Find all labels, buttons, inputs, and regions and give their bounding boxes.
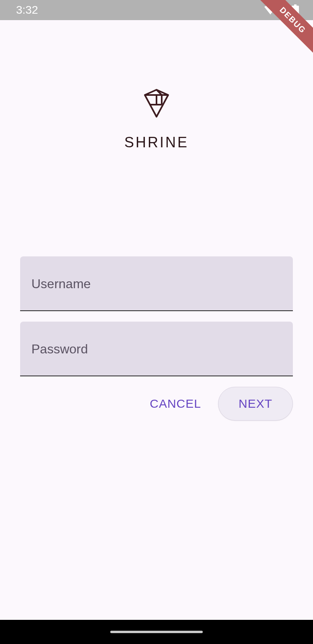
app-title: SHRINE (124, 134, 189, 151)
nav-handle[interactable] (110, 631, 203, 633)
button-row: CANCEL NEXT (20, 387, 293, 421)
main-content: SHRINE Username Password CANCEL NEXT (0, 89, 313, 421)
password-input[interactable] (20, 322, 293, 376)
next-button[interactable]: NEXT (218, 387, 293, 421)
diamond-icon (142, 89, 171, 119)
navigation-bar (0, 620, 313, 644)
username-field-wrapper: Username (20, 256, 293, 311)
status-time: 3:32 (16, 4, 38, 17)
password-field-wrapper: Password (20, 322, 293, 376)
username-input[interactable] (20, 256, 293, 311)
svg-rect-0 (294, 4, 297, 6)
cancel-button[interactable]: CANCEL (140, 390, 211, 418)
login-form: Username Password CANCEL NEXT (20, 256, 293, 421)
logo-section: SHRINE (20, 89, 293, 151)
